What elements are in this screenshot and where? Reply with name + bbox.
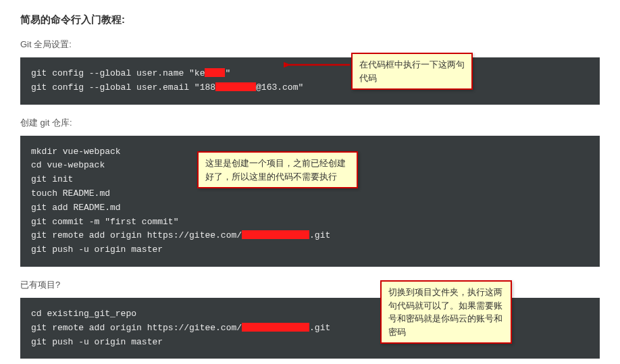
code-line: git commit -m "first commit" [31,217,178,227]
annotation-note-3: 切换到项目文件夹，执行这两句代码就可以了。如果需要账号和密码就是你码云的账号和密… [380,280,512,344]
code-line: git config --global user.email "188 [31,82,215,93]
annotation-note-1: 在代码框中执行一下这两句代码 [351,53,473,90]
code-line: touch README.md [31,188,110,199]
page-title: 简易的命令行入门教程: [20,14,600,26]
redacted-text [215,82,256,91]
section-label-create: 创建 git 仓库: [20,117,600,129]
section-label-global: Git 全局设置: [20,38,600,51]
code-line: cd vue-webpack [31,160,105,170]
code-line: git init [31,174,73,184]
code-block-existing: cd existing_git_repo git remote add orig… [20,298,600,359]
code-line: " [225,68,230,78]
annotation-note-2: 这里是创建一个项目，之前已经创建好了，所以这里的代码不需要执行 [197,151,358,188]
code-line: git remote add origin https://gitee.com/ [31,323,242,333]
redacted-text [205,68,225,77]
code-line: git push -u origin master [31,337,163,347]
arrow-annotation-1 [284,55,351,73]
code-line: git push -u origin master [31,244,163,255]
redacted-text [242,230,309,239]
code-line: git remote add origin https://gitee.com/ [31,230,242,240]
code-line: .git [309,323,330,333]
code-line: @163.com" [256,82,303,93]
code-line: cd existing_git_repo [31,309,136,319]
code-line: .git [309,230,330,240]
redacted-text [242,323,309,332]
code-line: git add README.md [31,203,121,213]
code-line: mkdir vue-webpack [31,147,121,157]
section-label-existing: 已有项目? [20,279,600,291]
code-line: git config --global user.name "ke [31,68,205,78]
